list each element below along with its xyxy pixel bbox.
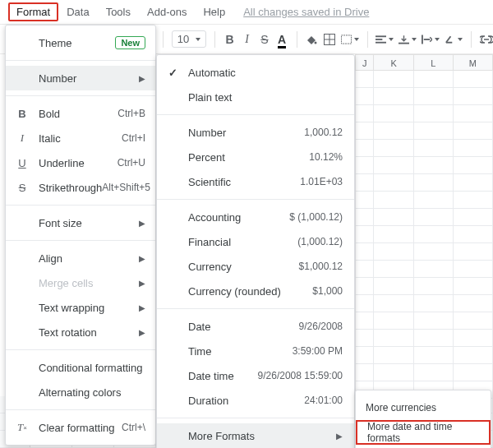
cell[interactable] — [414, 243, 454, 261]
grid-row[interactable] — [355, 192, 493, 209]
grid-row[interactable] — [355, 88, 493, 105]
cell[interactable] — [355, 122, 374, 140]
cell[interactable] — [355, 364, 374, 381]
cell[interactable] — [454, 88, 493, 105]
menu-tools[interactable]: Tools — [98, 2, 139, 21]
cell[interactable] — [414, 105, 454, 122]
col-header-l[interactable]: L — [414, 55, 454, 70]
menu-item-number[interactable]: Number ▶ — [6, 66, 155, 90]
cell[interactable] — [355, 209, 374, 226]
cell[interactable] — [355, 347, 374, 364]
text-rotation-button[interactable] — [445, 30, 463, 48]
cell[interactable] — [355, 88, 374, 105]
col-header-k[interactable]: K — [374, 55, 413, 70]
text-color-button[interactable]: A — [276, 30, 288, 48]
grid-row[interactable] — [355, 330, 493, 347]
cell[interactable] — [414, 364, 454, 381]
cell[interactable] — [414, 261, 454, 278]
custom-number-format[interactable]: Custom number format — [356, 445, 491, 448]
grid-row[interactable] — [355, 105, 493, 122]
v-align-button[interactable] — [399, 30, 417, 48]
num-number[interactable]: Number 1,000.12 — [157, 120, 354, 145]
num-currency-rounded[interactable]: Currency (rounded) $1,000 — [157, 279, 354, 303]
menu-data[interactable]: Data — [58, 2, 97, 21]
menu-item-altcolors[interactable]: Alternating colors — [6, 380, 155, 404]
menu-item-underline[interactable]: UUnderline Ctrl+U — [6, 150, 155, 175]
cell[interactable] — [414, 226, 454, 243]
insert-link-button[interactable] — [480, 30, 493, 48]
num-time[interactable]: Time 3:59:00 PM — [157, 339, 354, 363]
cell[interactable] — [414, 192, 454, 209]
more-date-time-formats[interactable]: More date and time formats — [356, 420, 491, 445]
text-wrap-button[interactable] — [422, 30, 440, 48]
num-financial[interactable]: Financial (1,000.12) — [157, 229, 354, 254]
cell[interactable] — [374, 295, 413, 312]
h-align-button[interactable] — [376, 30, 394, 48]
more-currencies[interactable]: More currencies — [356, 395, 491, 420]
cell[interactable] — [374, 88, 413, 105]
num-scientific[interactable]: Scientific 1.01E+03 — [157, 169, 354, 194]
cell[interactable] — [374, 312, 413, 330]
num-plain[interactable]: Plain text — [157, 85, 354, 109]
menu-item-conditional[interactable]: Conditional formatting — [6, 355, 155, 380]
cell[interactable] — [454, 122, 493, 140]
fill-color-button[interactable] — [305, 30, 318, 48]
cell[interactable] — [374, 71, 413, 88]
cell[interactable] — [355, 192, 374, 209]
cell[interactable] — [355, 330, 374, 347]
grid-row[interactable] — [355, 364, 493, 381]
cell[interactable] — [414, 122, 454, 140]
cell[interactable] — [454, 71, 493, 88]
cell[interactable] — [374, 209, 413, 226]
cell[interactable] — [454, 364, 493, 381]
cell[interactable] — [414, 330, 454, 347]
cell[interactable] — [414, 88, 454, 105]
num-more-formats[interactable]: More Formats ▶ — [157, 423, 354, 448]
grid-row[interactable] — [355, 140, 493, 157]
cell[interactable] — [414, 278, 454, 295]
grid-row[interactable] — [355, 226, 493, 243]
num-automatic[interactable]: ✓Automatic — [157, 60, 354, 85]
menu-item-align[interactable]: Align ▶ — [6, 246, 155, 270]
cell[interactable] — [374, 261, 413, 278]
cell[interactable] — [374, 330, 413, 347]
num-currency[interactable]: Currency $1,000.12 — [157, 254, 354, 279]
cell[interactable] — [355, 295, 374, 312]
cell[interactable] — [414, 295, 454, 312]
grid-row[interactable] — [355, 209, 493, 226]
cell[interactable] — [355, 278, 374, 295]
grid-row[interactable] — [355, 295, 493, 312]
menu-item-wrap[interactable]: Text wrapping ▶ — [6, 295, 155, 320]
grid-row[interactable] — [355, 157, 493, 174]
cell[interactable] — [454, 157, 493, 174]
num-duration[interactable]: Duration 24:01:00 — [157, 388, 354, 413]
num-percent[interactable]: Percent 10.12% — [157, 145, 354, 169]
cell[interactable] — [414, 312, 454, 330]
col-header-j[interactable]: J — [355, 55, 374, 70]
cell[interactable] — [414, 174, 454, 192]
grid-row[interactable] — [355, 174, 493, 192]
num-accounting[interactable]: Accounting $ (1,000.12) — [157, 205, 354, 229]
cell[interactable] — [454, 347, 493, 364]
cell[interactable] — [414, 140, 454, 157]
menu-item-clear[interactable]: T×Clear formatting Ctrl+\ — [6, 415, 155, 440]
num-date[interactable]: Date 9/26/2008 — [157, 314, 354, 339]
cell[interactable] — [454, 192, 493, 209]
borders-button[interactable] — [323, 30, 335, 48]
cell[interactable] — [454, 295, 493, 312]
cell[interactable] — [355, 261, 374, 278]
cell[interactable] — [454, 278, 493, 295]
cell[interactable] — [454, 174, 493, 192]
cell[interactable] — [454, 140, 493, 157]
cell[interactable] — [454, 261, 493, 278]
cell[interactable] — [374, 105, 413, 122]
num-datetime[interactable]: Date time 9/26/2008 15:59:00 — [157, 363, 354, 388]
menu-format[interactable]: Format — [8, 2, 58, 21]
cell[interactable] — [454, 312, 493, 330]
cell[interactable] — [355, 105, 374, 122]
menu-item-italic[interactable]: IItalic Ctrl+I — [6, 126, 155, 150]
cell[interactable] — [454, 226, 493, 243]
merge-cells-button[interactable] — [341, 30, 359, 48]
cell[interactable] — [355, 243, 374, 261]
cell[interactable] — [355, 226, 374, 243]
